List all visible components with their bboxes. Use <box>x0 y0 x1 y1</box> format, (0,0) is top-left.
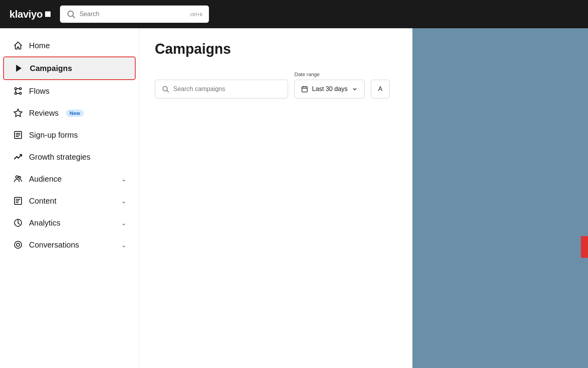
reviews-badge: New <box>66 109 84 117</box>
audience-icon <box>13 173 24 184</box>
sidebar-item-flows[interactable]: Flows <box>3 80 136 102</box>
sidebar-label-analytics: Analytics <box>29 219 60 228</box>
sidebar-item-growth-strategies[interactable]: Growth strategies <box>3 146 136 168</box>
svg-point-24 <box>163 86 167 91</box>
chevron-down-icon: ⌄ <box>121 197 126 205</box>
sidebar-label-campaigns: Campaigns <box>30 64 72 73</box>
date-range-group: Date range Last 30 days <box>294 71 365 98</box>
sidebar-item-signup-forms[interactable]: Sign-up forms <box>3 124 136 146</box>
svg-point-22 <box>15 241 22 248</box>
svg-marker-10 <box>14 109 22 117</box>
flows-icon <box>13 86 24 97</box>
svg-line-1 <box>73 16 75 18</box>
sidebar-label-growth: Growth strategies <box>29 153 91 162</box>
svg-line-25 <box>167 91 169 93</box>
create-button[interactable]: A <box>371 80 390 98</box>
sidebar-item-campaigns[interactable]: Campaigns <box>3 56 136 80</box>
calendar-icon <box>301 86 308 93</box>
star-icon <box>13 107 24 118</box>
sidebar-label-audience: Audience <box>29 175 62 184</box>
conversations-icon <box>13 239 24 250</box>
sidebar-item-audience[interactable]: Audience ⌄ <box>3 168 136 190</box>
svg-point-6 <box>20 93 22 95</box>
chevron-down-icon: ⌄ <box>121 175 126 183</box>
svg-point-16 <box>19 177 21 179</box>
sidebar-item-analytics[interactable]: Analytics ⌄ <box>3 212 136 234</box>
date-range-label: Date range <box>294 71 365 77</box>
campaigns-icon <box>13 63 24 74</box>
svg-point-0 <box>68 11 73 16</box>
red-indicator <box>581 236 588 258</box>
search-shortcut: ctrl+k <box>190 11 202 17</box>
logo-icon <box>45 11 51 17</box>
sidebar-item-reviews[interactable]: Reviews New <box>3 102 136 124</box>
date-range-value: Last 30 days <box>312 86 348 93</box>
global-search[interactable]: ctrl+k <box>60 5 209 23</box>
right-panel <box>412 28 588 368</box>
global-search-input[interactable] <box>80 11 187 18</box>
content-icon <box>13 195 24 206</box>
growth-icon <box>13 151 24 162</box>
sidebar-label-signup-forms: Sign-up forms <box>29 131 78 140</box>
svg-point-3 <box>15 88 17 90</box>
sidebar-label-flows: Flows <box>29 87 49 96</box>
svg-marker-2 <box>16 65 22 72</box>
sidebar-item-conversations[interactable]: Conversations ⌄ <box>3 234 136 256</box>
search-icon <box>162 85 169 93</box>
signup-forms-icon <box>13 129 24 140</box>
svg-point-4 <box>20 88 22 90</box>
main-area: Home Campaigns <box>0 28 588 368</box>
campaign-search[interactable] <box>155 80 288 98</box>
logo-text: klaviyo <box>9 8 43 20</box>
sidebar-label-home: Home <box>29 41 50 50</box>
sidebar-item-content[interactable]: Content ⌄ <box>3 190 136 212</box>
search-icon <box>66 9 76 19</box>
svg-point-5 <box>15 93 17 95</box>
chevron-down-icon <box>352 86 358 92</box>
svg-point-23 <box>16 243 20 246</box>
svg-rect-26 <box>302 87 307 92</box>
chevron-down-icon: ⌄ <box>121 219 126 227</box>
date-range-button[interactable]: Last 30 days <box>294 80 365 98</box>
chevron-down-icon: ⌄ <box>121 241 126 249</box>
analytics-icon <box>13 217 24 228</box>
search-campaigns-input[interactable] <box>173 86 281 93</box>
svg-point-15 <box>16 176 18 178</box>
filters-row: Date range Last 30 days A <box>155 71 397 98</box>
home-icon <box>13 40 24 51</box>
sidebar-item-home[interactable]: Home <box>3 35 136 56</box>
page-title: Campaigns <box>155 41 397 57</box>
sidebar: Home Campaigns <box>0 28 139 368</box>
sidebar-label-content: Content <box>29 197 56 206</box>
sidebar-label-reviews: Reviews <box>29 109 59 118</box>
sidebar-label-conversations: Conversations <box>29 240 79 250</box>
main-content: Campaigns Date range <box>139 28 412 368</box>
logo: klaviyo <box>9 8 51 20</box>
top-navigation: klaviyo ctrl+k <box>0 0 588 28</box>
